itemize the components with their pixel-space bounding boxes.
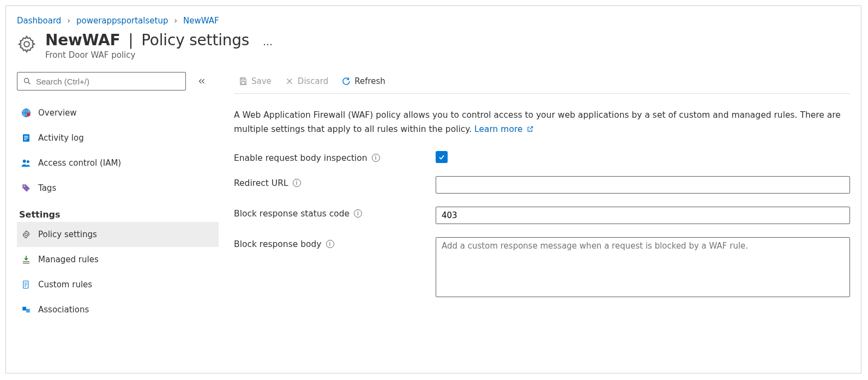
sidebar-item-label: Custom rules [38, 280, 92, 289]
search-icon [23, 77, 32, 86]
svg-rect-6 [24, 136, 28, 137]
refresh-button[interactable]: Refresh [337, 74, 390, 88]
page-title: NewWAF | Policy settings … [45, 31, 850, 49]
block-status-label: Block response status code i [234, 207, 436, 219]
svg-point-12 [25, 233, 28, 236]
learn-more-link[interactable]: Learn more [474, 124, 534, 134]
scroll-icon [21, 279, 32, 290]
sidebar-item-label: Access control (IAM) [38, 158, 121, 168]
sidebar-item-label: Activity log [38, 133, 84, 143]
sidebar-item-overview[interactable]: Overview [17, 100, 219, 125]
sidebar-item-managed-rules[interactable]: Managed rules [17, 247, 219, 272]
sidebar-item-tags[interactable]: Tags [17, 176, 219, 201]
collapse-sidebar-button[interactable] [197, 76, 207, 86]
tag-icon [21, 183, 32, 194]
svg-rect-8 [24, 139, 27, 140]
svg-rect-20 [26, 309, 30, 313]
enable-inspection-label: Enable request body inspection i [234, 151, 436, 163]
people-icon [21, 158, 32, 168]
info-icon[interactable]: i [354, 209, 362, 218]
sidebar-item-label: Managed rules [38, 255, 99, 264]
breadcrumb-item-resource-group[interactable]: powerappsportalsetup [76, 16, 168, 26]
svg-rect-19 [22, 307, 26, 311]
log-icon [21, 132, 32, 143]
download-rules-icon [21, 254, 32, 265]
svg-rect-22 [242, 81, 245, 84]
breadcrumb: Dashboard › powerappsportalsetup › NewWA… [17, 16, 850, 26]
svg-line-2 [28, 82, 30, 84]
sidebar-item-label: Associations [38, 305, 89, 315]
redirect-url-input[interactable] [436, 176, 850, 194]
enable-inspection-checkbox[interactable] [436, 151, 448, 163]
svg-rect-7 [24, 137, 28, 138]
refresh-icon [341, 76, 351, 86]
svg-point-9 [23, 160, 26, 163]
description-text: A Web Application Firewall (WAF) policy … [234, 108, 850, 137]
breadcrumb-item-dashboard[interactable]: Dashboard [17, 16, 61, 26]
info-icon[interactable]: i [326, 240, 334, 248]
breadcrumb-item-resource[interactable]: NewWAF [183, 16, 219, 26]
svg-point-4 [27, 113, 31, 117]
info-icon[interactable]: i [293, 179, 301, 187]
sidebar-item-policy-settings[interactable]: Policy settings [17, 222, 219, 247]
sidebar-item-custom-rules[interactable]: Custom rules [17, 272, 219, 297]
chevron-right-icon: › [67, 16, 70, 26]
gear-icon [21, 229, 32, 240]
search-input[interactable] [36, 77, 180, 86]
block-body-label: Block response body i [234, 237, 436, 249]
save-button[interactable]: Save [234, 74, 276, 88]
sidebar-item-label: Overview [38, 108, 77, 118]
toolbar: Save Discard Refresh [234, 72, 850, 94]
svg-rect-21 [242, 78, 244, 80]
block-body-textarea[interactable] [436, 237, 850, 297]
svg-point-11 [24, 186, 25, 187]
svg-point-1 [25, 79, 29, 83]
check-icon [438, 153, 445, 161]
globe-icon [21, 107, 32, 118]
sidebar-item-label: Tags [38, 183, 56, 193]
block-status-input[interactable] [436, 207, 850, 224]
sidebar-item-access-control[interactable]: Access control (IAM) [17, 150, 219, 176]
close-icon [285, 76, 294, 86]
sidebar-item-activity-log[interactable]: Activity log [17, 125, 219, 150]
page-subtitle-inline: Policy settings [141, 31, 249, 49]
more-button[interactable]: … [263, 36, 274, 47]
page-header: NewWAF | Policy settings … Front Door WA… [17, 31, 850, 60]
save-icon [238, 76, 248, 86]
sidebar-item-associations[interactable]: Associations [17, 297, 219, 322]
associations-icon [21, 304, 32, 315]
info-icon[interactable]: i [372, 154, 380, 162]
sidebar-item-label: Policy settings [38, 230, 97, 239]
external-link-icon [527, 125, 534, 132]
chevron-right-icon: › [174, 16, 177, 26]
svg-point-0 [24, 41, 29, 47]
resource-type-label: Front Door WAF policy [45, 50, 850, 60]
resource-name: NewWAF [45, 31, 120, 49]
redirect-url-label: Redirect URL i [234, 176, 436, 188]
main-content: Save Discard Refresh A Web Application F… [219, 72, 850, 322]
sidebar: Overview Activity log Access control (IA… [17, 72, 219, 322]
discard-button[interactable]: Discard [280, 74, 333, 88]
search-input-wrapper[interactable] [17, 72, 186, 91]
gear-icon [17, 34, 37, 54]
svg-point-10 [27, 160, 29, 163]
sidebar-section-heading: Settings [19, 209, 219, 220]
